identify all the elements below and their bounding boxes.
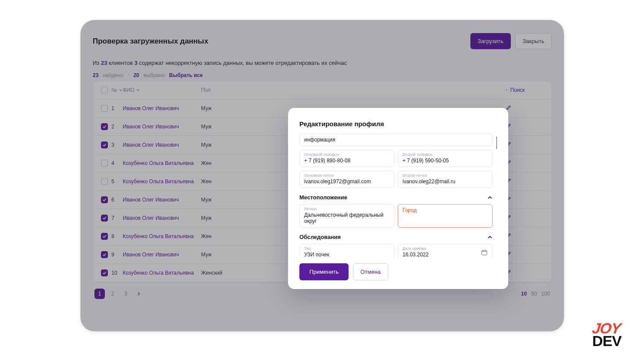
exam-date-field[interactable]: Дата приёма 16.03.2022 — [398, 244, 493, 257]
info-field[interactable]: информация — [299, 134, 493, 146]
edit-profile-modal: Редактирование профиля информация Основн… — [288, 108, 508, 289]
svg-rect-1 — [482, 250, 487, 255]
primary-phone-field[interactable]: Основной телефон + 7 (919) 890-80-08 — [299, 150, 394, 167]
exam-type-field[interactable]: Тип УЗИ почек — [299, 244, 394, 257]
secondary-email-field[interactable]: Вторая почта ivanov.oleg22@mail.ru — [398, 171, 493, 188]
city-field[interactable]: Город — [398, 204, 493, 228]
primary-email-field[interactable]: Основная почта ivanov.oleg1972@gmail.com — [299, 171, 394, 188]
cancel-button[interactable]: Отмена — [353, 263, 388, 280]
apply-button[interactable]: Применить — [299, 263, 349, 280]
secondary-phone-field[interactable]: Второй телефон + 7 (919) 590-50-05 — [398, 150, 493, 167]
location-section-header[interactable]: Местоположение — [299, 194, 493, 201]
region-field[interactable]: Регион Дальневосточный федеральный округ — [299, 204, 394, 228]
joydev-logo: JOY DEV — [592, 322, 621, 347]
calendar-icon — [481, 249, 488, 256]
chevron-up-icon — [487, 195, 493, 200]
chevron-up-icon — [487, 235, 493, 240]
modal-title: Редактирование профиля — [299, 120, 497, 128]
exams-section-header[interactable]: Обследования — [299, 234, 493, 240]
